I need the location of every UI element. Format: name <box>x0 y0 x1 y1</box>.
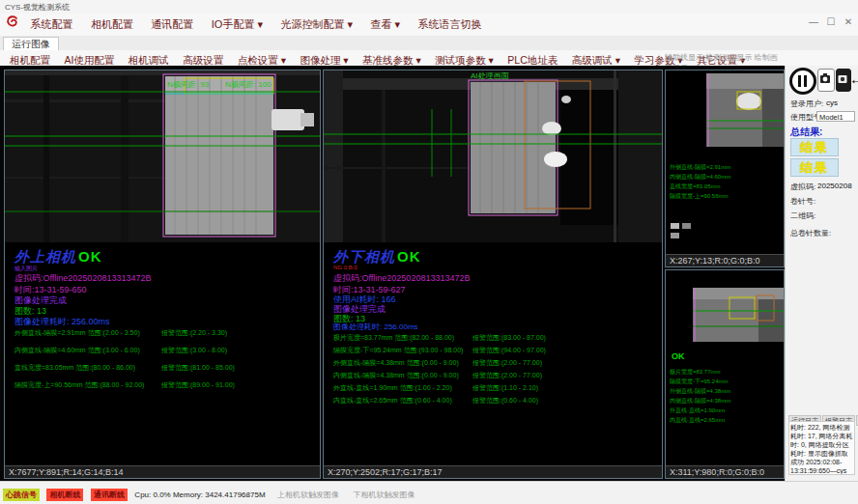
measure-text: 极片宽度=83.77mm 范围:(82.00 - 88.00) <box>333 333 472 343</box>
total-reel-count-label: 总卷针数量: <box>790 228 831 238</box>
pause-bar-icon <box>798 75 801 87</box>
middle-camera-name: 外下相机 <box>333 248 395 265</box>
menu-io-config[interactable]: IO手配置 ▾ <box>212 14 263 36</box>
menu-bar: 系统配置 相机配置 通讯配置 IO手配置 ▾ 光源控制配置 ▾ 查看 ▾ 系统语… <box>0 14 858 37</box>
small-bottom-camera-panel: OK 极片宽度=83.77mm 隔膜宽度-下=95.24mm 外侧直线-隔膜=4… <box>665 269 785 479</box>
tab-run-image[interactable]: 运行图像 <box>3 37 59 51</box>
middle-process-time: 图像处理耗时: 256.00ms <box>333 322 418 332</box>
result-box-upper: 结果 <box>790 138 839 156</box>
middle-measure-row: 外侧直线-隔膜=4.38mm 范围:(0.00 - 9.00)报警范围:(2.0… <box>333 358 542 368</box>
left-overlay-label-1: N极间距: 93 <box>167 80 210 89</box>
tiny-measure: 隔膜宽度-上=90.56mm <box>670 191 730 201</box>
alarm-range: 报警范围:(2.00 - 77.00) <box>472 372 542 378</box>
measure-text: 内侧直线-隔膜=4.38mm 范围:(0.00 - 9.00) <box>333 371 472 380</box>
alarm-range: 报警范围:(0.60 - 4.00) <box>472 397 538 404</box>
measure-text: 外直线-直线=1.90mm 范围:(1.00 - 2.20) <box>333 383 472 393</box>
tiny-measure: 直线宽度=83.05mm <box>670 182 730 191</box>
tiny-measure: 隔膜宽度-下=95.24mm <box>670 377 730 386</box>
middle-measure-row: 内侧直线-隔膜=4.38mm 范围:(0.00 - 9.00)报警范围:(2.0… <box>333 371 542 380</box>
small-top-camera-panel: 外侧直线-隔膜=2.91mm 内侧直线-隔膜=4.60mm 直线宽度=83.05… <box>665 70 785 267</box>
measure-text: 外侧直线-隔膜=2.91mm 范围:(2.00 - 3.50) <box>14 328 161 338</box>
small-bottom-pixel-coords: X:311;Y:980;R:0;G:0;B:0 <box>666 465 784 478</box>
alarm-range: 报警范围:(83.00 - 87.00) <box>472 334 546 341</box>
middle-camera-image: AI处理画面 <box>324 70 662 242</box>
left-measure-row: 外侧直线-隔膜=2.91mm 范围:(2.00 - 3.50)报警范围:(2.2… <box>14 328 227 338</box>
tab-bar: 运行图像 <box>0 36 858 51</box>
menu-comm-config[interactable]: 通讯配置 <box>151 14 193 36</box>
camera-icon <box>837 70 848 89</box>
small-bottom-result-ok: OK <box>672 351 685 361</box>
measure-text: 内侧直线-隔膜=4.60mm 范围:(3.00 - 6.00) <box>14 346 161 355</box>
menu-view[interactable]: 查看 ▾ <box>371 14 401 36</box>
reel-number-label: 卷针号: <box>790 196 815 207</box>
close-button[interactable]: ✕ <box>841 16 856 27</box>
menu-system-config[interactable]: 系统配置 <box>30 14 72 36</box>
middle-measure-row: 内直线-直线=2.65mm 范围:(0.60 - 4.00)报警范围:(0.60… <box>333 396 538 406</box>
small-top-pixel-coords: X:267;Y:13;R:0;G:0;B:0 <box>666 254 784 266</box>
lower-camera-trigger-hint: 下相机软触发图像 <box>353 490 415 499</box>
pause-bar-icon <box>804 75 807 87</box>
middle-sub-label: NG:0;B:0 <box>333 265 358 270</box>
measure-text: 隔膜宽度-下=95.24mm 范围:(93.00 - 98.00) <box>333 346 472 355</box>
app-window: CYS-视觉检测系统 系统配置 相机配置 通讯配置 IO手配置 ▾ 光源控制配置… <box>0 0 858 504</box>
log-text-area[interactable]: 耗时: 222, 网络检测耗时: 17, 网络分离耗时: 0, 网络提取分区耗时… <box>788 421 855 475</box>
left-measure-row: 内侧直线-隔膜=4.60mm 范围:(3.00 - 6.00)报警范围:(3.0… <box>14 346 227 355</box>
total-result-label: 总结果: <box>790 126 822 139</box>
middle-camera-panel: AI处理画面 外下相机OK NG:0;B:0 虚拟码:Offline202502… <box>323 70 663 479</box>
upper-camera-trigger-hint: 上相机软触发图像 <box>277 490 339 499</box>
tiny-measure: 内侧直线-隔膜=4.60mm <box>670 172 730 182</box>
login-user-label: 登录用户: <box>790 98 823 109</box>
left-result-ok: OK <box>78 248 102 265</box>
minimize-button[interactable]: — <box>806 16 821 27</box>
result-box-lower: 结果 <box>790 158 839 177</box>
small-top-measure-list: 外侧直线-隔膜=2.91mm 内侧直线-隔膜=4.60mm 直线宽度=83.05… <box>670 162 730 201</box>
alarm-range: 报警范围:(89.00 - 91.00) <box>161 381 235 388</box>
camera-status-badge: 相机断线 <box>46 489 83 501</box>
alarm-range: 报警范围:(94.00 - 97.00) <box>472 347 546 353</box>
camera-capture-button[interactable] <box>817 69 835 92</box>
virtual-code-label: 虚拟码: <box>790 182 815 192</box>
middle-measure-row: 隔膜宽度-下=95.24mm 范围:(93.00 - 98.00)报警范围:(9… <box>333 346 546 355</box>
small-bottom-measure-list: 极片宽度=83.77mm 隔膜宽度-下=95.24mm 外侧直线-隔膜=4.38… <box>670 367 730 425</box>
tiny-measure: 外侧直线-隔膜=4.38mm <box>670 386 730 396</box>
measure-text: 隔膜宽度-上=90.56mm 范围:(88.00 - 92.00) <box>14 380 161 390</box>
status-bar: 心跳信号 相机断线 通讯断线 Cpu: 0.0% Memory: 3424.41… <box>0 481 858 504</box>
maximize-button[interactable]: ☐ <box>823 16 839 27</box>
left-pixel-coords: X:7677;Y:891;R:14;G:14;B:14 <box>5 465 320 478</box>
comm-status-badge: 通讯断线 <box>91 489 128 501</box>
left-camera-panel: N极间距: 93 N极间距: 100 外上相机OK 输入图片 虚拟码:Offli… <box>4 70 321 479</box>
toolbar: 相机配置 AI使用配置 相机调试 高级设置 点检设置 ▾ 图像处理 ▾ 基准线参… <box>0 50 858 67</box>
menu-camera-config[interactable]: 相机配置 <box>91 14 133 36</box>
left-overlay-label-2: N极间距: 100 <box>225 80 272 89</box>
window-title: CYS-视觉检测系统 <box>5 2 70 13</box>
left-process-time: 图像处理耗时: 256.00ms <box>14 316 110 328</box>
menu-light-config[interactable]: 光源控制配置 ▾ <box>280 14 353 36</box>
alarm-range: 报警范围:(1.10 - 2.10) <box>472 384 538 391</box>
app-logo-icon <box>5 14 19 33</box>
tiny-measure: 外直线-直线=1.90mm <box>670 406 730 415</box>
heartbeat-status-badge: 心跳信号 <box>3 489 40 501</box>
model-input[interactable]: Model1 <box>816 111 855 122</box>
cpu-memory-readout: Cpu: 0.0% Memory: 3424.41796875M <box>134 490 265 499</box>
title-bar: CYS-视觉检测系统 <box>0 0 858 14</box>
tiny-measure: 极片宽度=83.77mm <box>670 367 730 377</box>
left-measure-row: 直线宽度=83.05mm 范围:(80.00 - 86.00)报警范围:(81.… <box>14 363 235 373</box>
alarm-range: 报警范围:(2.20 - 3.30) <box>161 329 227 336</box>
control-sidebar: ← 登录用户: cys 使用型号: Model1 总结果: 结果 结果 虚拟码:… <box>785 66 858 481</box>
undo-arrow-button[interactable]: ← <box>849 69 858 90</box>
menu-language-switch[interactable]: 系统语言切换 <box>418 14 482 36</box>
alarm-range: 报警范围:(3.00 - 8.00) <box>161 347 227 353</box>
alarm-range: 报警范围:(81.00 - 85.00) <box>161 364 235 371</box>
middle-result-ok: OK <box>397 248 421 265</box>
pause-button[interactable] <box>789 68 816 95</box>
measure-text: 外侧直线-隔膜=4.38mm 范围:(0.00 - 9.00) <box>333 358 472 368</box>
virtual-code-value: 20250208 <box>817 182 852 190</box>
tiny-measure: 外侧直线-隔膜=2.91mm <box>670 162 730 172</box>
measure-text: 内直线-直线=2.65mm 范围:(0.60 - 4.00) <box>333 396 472 406</box>
middle-overlay-label: AI处理画面 <box>471 71 510 80</box>
camera-icon <box>818 70 832 89</box>
middle-measure-row: 外直线-直线=1.90mm 范围:(1.00 - 2.20)报警范围:(1.10… <box>333 383 538 393</box>
alarm-range: 报警范围:(2.00 - 77.00) <box>472 359 542 366</box>
tiny-measure: 内侧直线-隔膜=4.38mm <box>670 396 730 406</box>
middle-pixel-coords: X:270;Y:2502;R:17;G:17;B:17 <box>324 465 662 478</box>
